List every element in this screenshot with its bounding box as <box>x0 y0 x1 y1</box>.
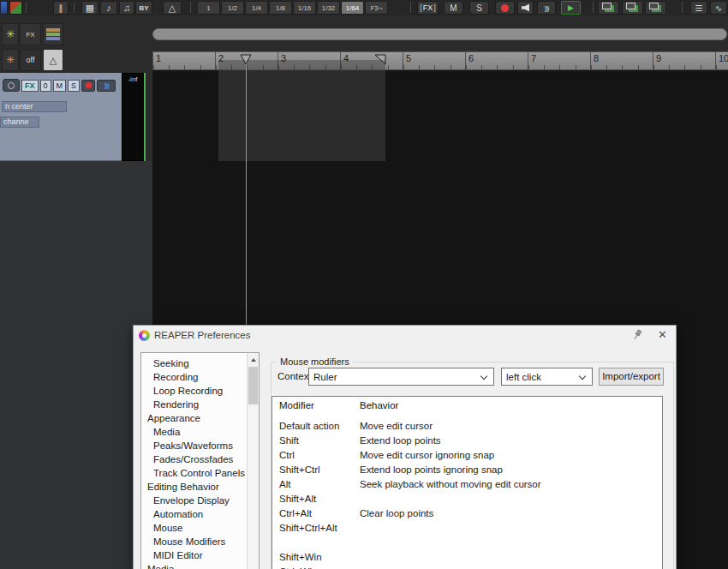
sidebar-item[interactable]: Peaks/Waveforms <box>141 439 259 452</box>
window-glyph-icon <box>602 3 612 9</box>
sidebar-item[interactable]: MIDI Editor <box>141 548 259 562</box>
table-row[interactable]: Shift+Win <box>272 550 662 565</box>
table-row[interactable]: Ctrl+Win <box>272 565 662 569</box>
pan-readout[interactable]: n center <box>2 101 67 112</box>
table-row[interactable]: Shift+Alt <box>272 492 662 506</box>
grid-division-button[interactable]: 1/8 <box>269 1 292 15</box>
sidebar-item[interactable]: Automation <box>141 507 259 521</box>
by-button[interactable]: BY <box>135 1 152 15</box>
master-solo-button[interactable]: S <box>469 1 489 15</box>
sidebar-scrollbar[interactable] <box>247 353 259 569</box>
master-mute-button[interactable]: M <box>444 1 463 15</box>
sidebar-list: Seeking Recording Loop Recording Renderi… <box>141 356 259 569</box>
grid-division-button[interactable]: 1/2 <box>221 1 244 15</box>
import-export-button[interactable]: Import/export <box>599 368 664 386</box>
loop-end-marker[interactable] <box>374 54 387 65</box>
track-fx-button[interactable]: FX <box>20 23 41 45</box>
speaker-icon[interactable] <box>517 1 534 15</box>
fx-sparkle-icon[interactable]: ✳ <box>2 23 19 45</box>
table-row[interactable]: Default action Move edit cursor <box>272 419 662 434</box>
sidebar-item[interactable]: Envelope Display <box>141 494 259 507</box>
table-row[interactable]: Shift+Ctrl Extend loop points ignoring s… <box>272 463 662 477</box>
grid-division-button[interactable]: 1/32 <box>317 1 340 15</box>
ruler-measure[interactable]: 7 <box>528 52 590 69</box>
action-list-icon[interactable]: ☰ <box>690 1 707 15</box>
track-input-button[interactable]: 0 <box>40 80 51 92</box>
toolbar-project-icon[interactable] <box>9 1 22 15</box>
modifier-table: Modifier Behavior Default action Move ed… <box>272 396 663 569</box>
window-layout-icon-2[interactable] <box>622 1 643 15</box>
grid-division-button[interactable]: 1 <box>197 1 220 15</box>
ruler-measure[interactable]: 8 <box>590 52 653 69</box>
sidebar-item[interactable]: Rendering <box>141 398 259 411</box>
table-row[interactable]: Shift+Ctrl+Alt <box>272 521 662 536</box>
close-icon[interactable]: ✕ <box>658 328 667 341</box>
record-icon[interactable] <box>495 1 515 15</box>
note-icon[interactable]: ♪ <box>100 1 117 15</box>
sidebar-item[interactable]: Media <box>141 562 259 569</box>
play-icon[interactable]: ▶ <box>561 1 581 15</box>
envelope-icon[interactable]: ∿ <box>710 1 727 15</box>
scroll-up-icon[interactable] <box>248 353 259 366</box>
behavior-cell <box>360 565 662 569</box>
sidebar-item[interactable]: Track Control Panels <box>141 466 259 480</box>
volume-readout[interactable]: channe <box>0 117 39 128</box>
click-type-select[interactable]: left click <box>501 368 593 386</box>
sidebar-item[interactable]: Media <box>141 425 259 439</box>
sidebar-item[interactable]: Appearance <box>141 411 259 425</box>
sidebar-item[interactable]: Mouse <box>141 521 259 535</box>
sidebar-item[interactable]: Fades/Crossfades <box>141 452 259 466</box>
metronome-icon[interactable]: △ <box>163 1 182 15</box>
track-monitor-button[interactable]: ))) <box>97 80 116 92</box>
timeline-ruler[interactable]: 1 2 3 4 5 6 7 8 9 10 <box>152 51 728 70</box>
ruler-measure[interactable]: 5 <box>403 52 465 69</box>
fx-off-button[interactable]: off <box>20 49 41 71</box>
note2-icon[interactable]: ♫ <box>119 1 134 15</box>
pin-icon[interactable] <box>631 329 643 341</box>
ruler-measure[interactable]: 1 <box>152 52 215 69</box>
monitor-waves-icon[interactable]: ))) <box>537 1 556 15</box>
grid-division-button[interactable]: 1/64 <box>341 1 364 15</box>
main-toolbar: ∥ ▦ ♪ ♫ BY △ 1 1/2 1/4 1/8 1/16 1/32 1/6… <box>0 0 728 15</box>
toolbar-routing-icon[interactable] <box>0 1 8 15</box>
sidebar-item[interactable]: Seeking <box>141 356 259 370</box>
sidebar-item[interactable]: Mouse Modifiers <box>141 535 259 548</box>
arrange-hscrollbar[interactable] <box>152 28 727 40</box>
ruler-measure[interactable]: 6 <box>465 52 528 69</box>
grid-toggle-icon[interactable]: ▦ <box>81 1 98 15</box>
mixer-bars-icon[interactable] <box>43 23 63 45</box>
track-record-button[interactable] <box>81 80 95 92</box>
table-row[interactable]: Alt Seek playback without moving edit cu… <box>272 477 662 492</box>
grid-division-button[interactable]: 1/16 <box>293 1 316 15</box>
ruler-measure[interactable]: 10 <box>715 52 728 69</box>
table-row[interactable]: Ctrl+Alt Clear loop points <box>272 506 662 521</box>
sidebar-item[interactable]: Recording <box>141 370 259 384</box>
sidebar-item[interactable]: Editing Behavior <box>141 480 259 494</box>
edit-cursor[interactable] <box>246 55 247 325</box>
master-fx-button[interactable]: FX <box>417 1 439 15</box>
track-panel[interactable]: FX 0 M S ))) n center channe <box>0 73 122 161</box>
table-row[interactable]: Shift Extend loop points <box>272 434 662 448</box>
table-row[interactable] <box>272 536 662 550</box>
sidebar-item[interactable]: Loop Recording <box>141 384 259 398</box>
fx-sparkle2-icon[interactable]: ✳ <box>2 49 19 71</box>
dialog-titlebar[interactable]: REAPER Preferences <box>134 326 676 344</box>
empty-tcp-area[interactable] <box>0 161 152 569</box>
track-mute-button[interactable]: M <box>53 80 67 92</box>
table-row[interactable]: Ctrl Move edit cursor ignoring snap <box>272 448 662 463</box>
loop-start-marker[interactable] <box>240 54 253 65</box>
grid-division-button[interactable]: F3¬ <box>365 1 388 15</box>
track-solo-button[interactable]: S <box>68 80 80 92</box>
context-select[interactable]: Ruler <box>308 368 494 386</box>
ruler-measure[interactable]: 9 <box>653 52 715 69</box>
grid-division-buttons: 1 1/2 1/4 1/8 1/16 1/32 1/64 F3¬ <box>197 1 388 15</box>
scrollbar-thumb[interactable] <box>248 367 258 404</box>
track-fx-button[interactable]: FX <box>21 80 39 92</box>
record-arm-button[interactable] <box>3 79 20 92</box>
grid-division-button[interactable]: 1/4 <box>245 1 268 15</box>
window-layout-icon-3[interactable] <box>645 1 666 15</box>
metronome-button[interactable]: △ <box>43 49 63 71</box>
pause-icon[interactable]: ∥ <box>53 1 69 15</box>
window-layout-icon-1[interactable] <box>598 1 619 15</box>
time-selection[interactable] <box>218 70 385 161</box>
